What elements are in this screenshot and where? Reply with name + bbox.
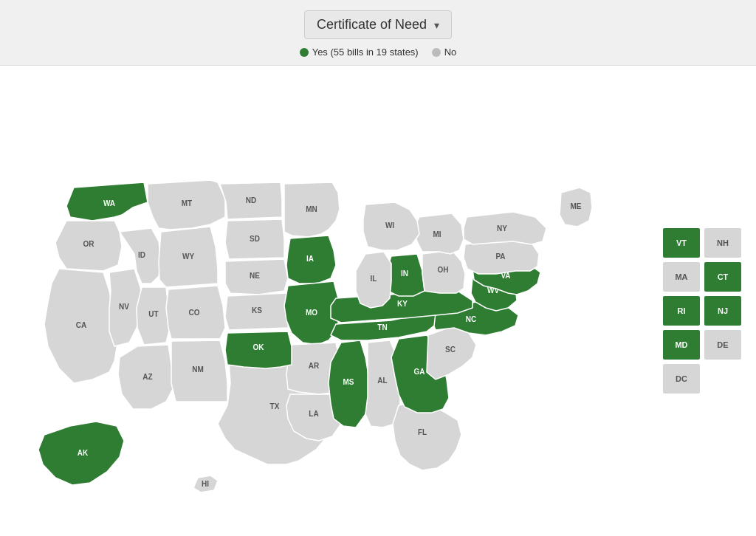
small-state-MA[interactable]: MA (663, 262, 700, 292)
state-CO[interactable] (166, 286, 225, 339)
state-HI[interactable] (193, 475, 218, 492)
state-ME[interactable] (560, 188, 592, 227)
small-state-CT[interactable]: CT (704, 262, 741, 292)
state-NM[interactable] (171, 340, 227, 402)
state-CA[interactable] (44, 269, 118, 383)
state-IA[interactable] (286, 236, 336, 284)
state-KS[interactable] (225, 293, 289, 330)
state-AK[interactable] (38, 422, 124, 485)
legend-yes-label: Yes (55 bills in 19 states) (312, 47, 419, 58)
state-UT[interactable] (137, 287, 170, 345)
dropdown-label: Certificate of Need (317, 17, 427, 32)
legend-no: No (432, 47, 457, 58)
state-AZ[interactable] (118, 345, 176, 409)
state-ND[interactable] (220, 182, 282, 219)
small-states-panel: VTNHMACTRINJMDDEDC (663, 228, 741, 394)
small-state-MD[interactable]: MD (663, 330, 700, 360)
state-MI[interactable] (413, 213, 464, 254)
state-WI[interactable] (363, 202, 419, 250)
small-state-DE[interactable]: DE (704, 330, 741, 360)
state-MN[interactable] (284, 182, 340, 237)
state-WA[interactable] (66, 182, 148, 221)
state-OR[interactable] (55, 221, 122, 271)
us-map: WA OR CA NV ID MT WY UT CO AZ NM ND (0, 66, 650, 536)
state-SC[interactable] (427, 326, 476, 379)
state-NY[interactable] (464, 212, 546, 244)
small-state-VT[interactable]: VT (663, 228, 700, 258)
small-state-NH[interactable]: NH (704, 228, 741, 258)
small-state-RI[interactable]: RI (663, 296, 700, 326)
dropdown[interactable]: Certificate of Need ▾ (304, 10, 452, 39)
state-IL[interactable] (356, 252, 391, 308)
legend-yes: Yes (55 bills in 19 states) (300, 47, 419, 58)
state-SD[interactable] (225, 219, 284, 259)
small-state-DC[interactable]: DC (663, 364, 700, 394)
state-OH[interactable] (422, 250, 465, 293)
yes-dot (300, 48, 309, 57)
small-state-NJ[interactable]: NJ (704, 296, 741, 326)
state-NE[interactable] (225, 259, 288, 295)
no-dot (432, 48, 441, 57)
legend-no-label: No (444, 47, 457, 58)
map-container: WA OR CA NV ID MT WY UT CO AZ NM ND (0, 66, 756, 536)
dropdown-arrow: ▾ (434, 19, 439, 31)
state-MT[interactable] (148, 180, 225, 230)
state-WY[interactable] (159, 227, 218, 287)
state-OK[interactable] (225, 331, 292, 368)
header: Certificate of Need ▾ Yes (55 bills in 1… (0, 0, 756, 66)
legend: Yes (55 bills in 19 states) No (300, 47, 457, 58)
